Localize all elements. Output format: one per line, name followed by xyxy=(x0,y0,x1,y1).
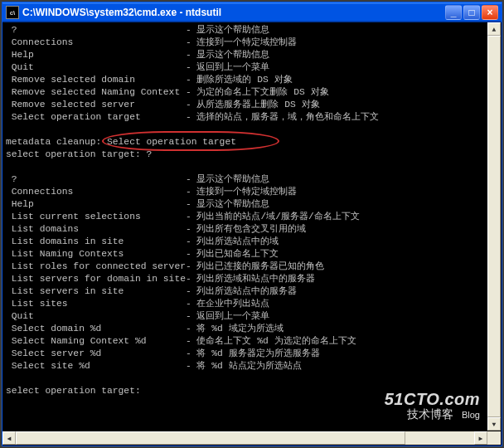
cmd-window: c\ C:\WINDOWS\system32\cmd.exe - ntdsuti… xyxy=(2,2,502,446)
titlebar[interactable]: c\ C:\WINDOWS\system32\cmd.exe - ntdsuti… xyxy=(2,2,502,22)
minimize-button[interactable]: _ xyxy=(445,5,462,20)
scroll-up-button[interactable]: ▲ xyxy=(487,22,501,36)
scrollbar-corner xyxy=(487,431,501,445)
window-title: C:\WINDOWS\system32\cmd.exe - ntdsutil xyxy=(22,7,445,18)
vertical-scrollbar[interactable]: ▲ ▼ xyxy=(487,22,501,431)
horizontal-scroll-thumb[interactable] xyxy=(16,431,405,445)
scroll-right-button[interactable]: ▶ xyxy=(474,431,487,445)
maximize-button[interactable]: □ xyxy=(463,5,480,20)
vertical-scroll-thumb[interactable] xyxy=(487,36,501,417)
window-controls: _ □ × xyxy=(445,5,498,20)
scroll-left-button[interactable]: ◀ xyxy=(2,431,16,445)
horizontal-scrollbar[interactable]: ◀ ▶ xyxy=(2,431,501,445)
console-output[interactable]: ? - 显示这个帮助信息 Connections - 连接到一个特定域控制器 H… xyxy=(2,22,502,446)
close-button[interactable]: × xyxy=(482,5,498,20)
scroll-down-button[interactable]: ▼ xyxy=(487,417,501,431)
system-menu-icon[interactable]: c\ xyxy=(6,6,19,19)
